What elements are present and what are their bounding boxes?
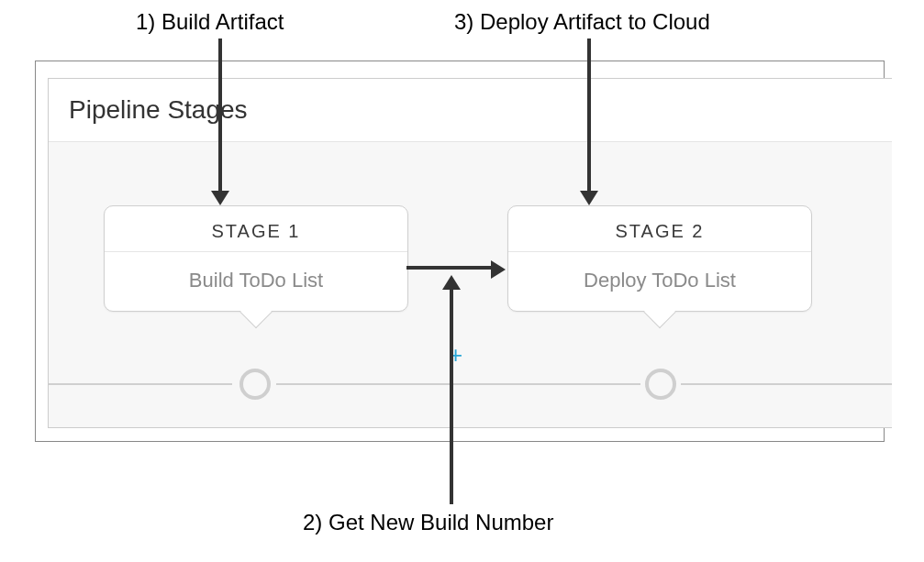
stage-2-name: Deploy ToDo List (508, 252, 811, 311)
track-node-1[interactable] (239, 369, 271, 400)
stage-1-name: Build ToDo List (105, 252, 407, 311)
stage-card-1[interactable]: STAGE 1 Build ToDo List (104, 205, 408, 312)
stage-1-label: STAGE 1 (105, 206, 407, 252)
stage-card-2[interactable]: STAGE 2 Deploy ToDo List (507, 205, 812, 312)
annotation-1-build-artifact: 1) Build Artifact (136, 9, 284, 35)
track-node-2[interactable] (645, 369, 676, 400)
annotation-3-deploy-artifact: 3) Deploy Artifact to Cloud (454, 9, 710, 35)
stage-connector-line (406, 266, 493, 270)
pipeline-stages-panel: Pipeline Stages STAGE 1 Build ToDo List … (48, 78, 892, 428)
track-line-middle (276, 383, 640, 385)
track-line-left (49, 383, 232, 385)
arrow-3-line (587, 39, 591, 193)
arrow-1-head-icon (211, 191, 229, 205)
arrow-2-head-icon (442, 275, 461, 290)
arrow-3-head-icon (580, 191, 598, 205)
panel-header: Pipeline Stages (49, 79, 892, 142)
arrow-2-line (450, 288, 453, 504)
arrow-1-line (218, 39, 222, 193)
stage-2-label: STAGE 2 (508, 206, 811, 252)
diagram-canvas: 1) Build Artifact 3) Deploy Artifact to … (0, 0, 924, 562)
stage-connector-head-icon (491, 260, 506, 279)
annotation-2-build-number: 2) Get New Build Number (303, 510, 553, 535)
track-line-right (681, 383, 892, 385)
